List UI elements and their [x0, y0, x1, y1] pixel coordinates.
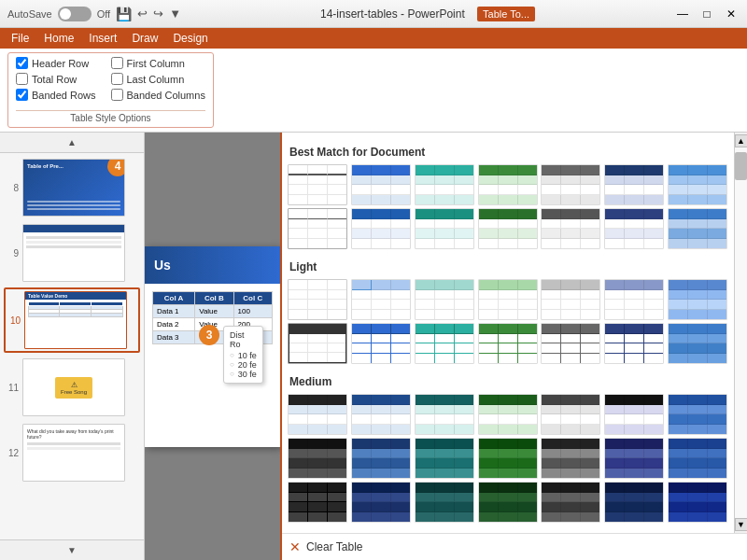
style-item-m15[interactable] [288, 482, 347, 523]
menu-file[interactable]: File [4, 30, 36, 47]
style-item-bm4[interactable] [478, 164, 538, 205]
banded-rows-checkbox[interactable] [16, 89, 28, 101]
style-item-l10[interactable] [415, 323, 474, 364]
style-item-bm2[interactable] [351, 164, 411, 205]
style-item-m2[interactable] [351, 394, 411, 435]
clear-table-label[interactable]: Clear Table [306, 540, 362, 553]
slide-item-9[interactable]: 9 [4, 222, 140, 284]
style-item-l3[interactable] [415, 279, 474, 320]
style-item-bm9[interactable] [351, 208, 411, 249]
slide-panel: ▲ 8 Table of Pre... 4 [0, 133, 145, 560]
menu-draw[interactable]: Draw [124, 30, 165, 47]
slide-thumb-9 [22, 224, 125, 282]
slide-thumb-11: ⚠ Free Song [22, 358, 125, 416]
style-item-bm14[interactable] [668, 208, 727, 249]
title-bar-left: AutoSave Off 💾 ↩ ↪ ▼ [7, 7, 181, 21]
style-item-bm12[interactable] [541, 208, 600, 249]
redo-button[interactable]: ↪ [153, 7, 163, 21]
style-item-l11[interactable] [478, 323, 538, 364]
style-item-m10[interactable] [415, 438, 474, 479]
maximize-button[interactable]: □ [698, 6, 715, 22]
style-item-m8[interactable] [288, 438, 347, 479]
style-item-m12[interactable] [541, 438, 600, 479]
canvas-area: Us Col A Col B Col C Data 1 Value 100 [145, 133, 280, 560]
style-item-bm10[interactable] [415, 208, 474, 249]
slide-item-10[interactable]: 10 Table Value Demo [4, 287, 140, 353]
slide-item-11[interactable]: 11 ⚠ Free Song [4, 357, 140, 418]
style-item-l8[interactable] [288, 323, 347, 364]
total-row-checkbox[interactable] [16, 73, 28, 85]
minimize-button[interactable]: — [674, 6, 691, 22]
style-item-l6[interactable] [604, 279, 664, 320]
first-column-checkbox-label[interactable]: First Column [111, 57, 205, 69]
style-item-l4[interactable] [478, 279, 538, 320]
style-item-m11[interactable] [478, 438, 538, 479]
checkboxes-right: First Column Last Column Banded Columns [111, 57, 205, 101]
table-style-options-section: Header Row Total Row Banded Rows First C… [7, 52, 214, 128]
style-item-m21[interactable] [668, 482, 727, 523]
menu-home[interactable]: Home [36, 30, 81, 47]
style-item-m9[interactable] [351, 438, 411, 479]
ribbon-tab-badge[interactable]: Table To... [477, 7, 535, 21]
style-item-m5[interactable] [541, 394, 600, 435]
style-item-l12[interactable] [541, 323, 600, 364]
banded-columns-checkbox-label[interactable]: Banded Columns [111, 89, 205, 101]
header-row-checkbox-label[interactable]: Header Row [16, 57, 96, 69]
style-item-l14[interactable] [668, 323, 727, 364]
clear-table-icon: ✕ [289, 539, 301, 554]
style-item-m13[interactable] [604, 438, 664, 479]
banded-rows-checkbox-label[interactable]: Banded Rows [16, 89, 96, 101]
style-item-l1[interactable] [288, 279, 347, 320]
clear-table-row[interactable]: ✕ Clear Table [282, 533, 747, 560]
style-item-bm13[interactable] [604, 208, 664, 249]
first-column-checkbox[interactable] [111, 57, 123, 69]
scroll-down-styles[interactable]: ▼ [735, 518, 748, 531]
style-item-l2[interactable] [351, 279, 411, 320]
style-item-l13[interactable] [604, 323, 664, 364]
slide-item-12[interactable]: 12 What did you take away from today's p… [4, 422, 140, 483]
style-item-m16[interactable] [351, 482, 411, 523]
menu-insert[interactable]: Insert [81, 30, 124, 47]
style-item-l7[interactable] [668, 279, 727, 320]
autosave-toggle[interactable] [58, 7, 92, 21]
header-row-checkbox[interactable] [16, 57, 28, 69]
last-column-checkbox-label[interactable]: Last Column [111, 73, 205, 85]
style-item-bm3[interactable] [415, 164, 474, 205]
style-item-m3[interactable] [415, 394, 474, 435]
scroll-up-styles[interactable]: ▲ [735, 134, 748, 147]
style-item-l5[interactable] [541, 279, 600, 320]
style-item-m19[interactable] [541, 482, 600, 523]
style-item-bm6[interactable] [604, 164, 664, 205]
save-icon[interactable]: 💾 [116, 7, 132, 21]
banded-columns-checkbox[interactable] [111, 89, 123, 101]
menu-design[interactable]: Design [165, 30, 215, 47]
style-item-m7[interactable] [668, 394, 727, 435]
last-column-checkbox[interactable] [111, 73, 123, 85]
style-item-bm11[interactable] [478, 208, 538, 249]
scroll-track[interactable] [735, 147, 747, 518]
styles-content[interactable]: Best Match for Document [282, 133, 734, 533]
style-item-m17[interactable] [415, 482, 474, 523]
style-item-l9[interactable] [351, 323, 411, 364]
style-item-m18[interactable] [478, 482, 538, 523]
scroll-thumb[interactable] [735, 152, 747, 180]
scroll-down-btn[interactable]: ▼ [67, 545, 77, 555]
style-item-bm7[interactable] [668, 164, 727, 205]
style-item-m1[interactable] [288, 394, 347, 435]
table-panel-inner: Best Match for Document [282, 133, 747, 533]
slide-item-8[interactable]: 8 Table of Pre... 4 [4, 157, 140, 218]
close-button[interactable]: ✕ [723, 6, 740, 22]
style-item-m20[interactable] [604, 482, 664, 523]
undo-button[interactable]: ↩ [137, 7, 148, 21]
style-item-m4[interactable] [478, 394, 538, 435]
ribbon-section-title: Table Style Options [16, 110, 205, 123]
style-item-bm5[interactable] [541, 164, 600, 205]
style-item-m14[interactable] [668, 438, 727, 479]
customize-icon[interactable]: ▼ [169, 7, 181, 21]
total-row-checkbox-label[interactable]: Total Row [16, 73, 96, 85]
light-grid [288, 279, 728, 364]
scroll-up-btn[interactable]: ▲ [67, 137, 77, 147]
style-item-m6[interactable] [604, 394, 664, 435]
style-item-bm1[interactable] [288, 164, 347, 205]
style-item-bm8[interactable] [288, 208, 347, 249]
